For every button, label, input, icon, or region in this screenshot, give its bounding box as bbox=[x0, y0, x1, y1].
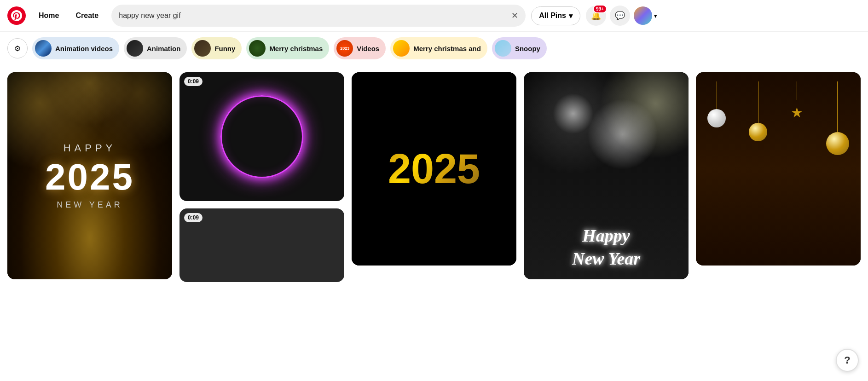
hny-script-text: Happy New Year bbox=[572, 225, 640, 270]
chip-label-funny: Funny bbox=[214, 45, 235, 52]
filter-chip-funny[interactable]: Funny bbox=[191, 37, 242, 59]
ornament-1 bbox=[707, 81, 726, 127]
filter-icon-button[interactable]: ⚙ bbox=[7, 38, 28, 58]
chip-thumb-merry-christmas-and bbox=[393, 40, 410, 57]
filter-chip-animation[interactable]: Animation bbox=[124, 37, 187, 59]
filter-chip-merry-christmas[interactable]: Merry christmas bbox=[246, 37, 329, 59]
header: Home Create ✕ All Pins ▾ 🔔 99+ 💬 ▾ bbox=[0, 0, 868, 32]
pin-card-ornaments[interactable]: 0:15 ★ bbox=[696, 72, 861, 266]
ornament-4 bbox=[826, 81, 849, 155]
user-avatar-button[interactable]: ▾ bbox=[634, 6, 657, 25]
pin-column-2: 0:09 0:09 bbox=[179, 72, 344, 282]
pin-card-dark[interactable]: 0:09 bbox=[179, 208, 344, 282]
pinterest-icon bbox=[11, 10, 22, 21]
chip-label-merry-christmas-and: Merry christmas and bbox=[413, 45, 481, 52]
pinterest-logo[interactable] bbox=[7, 6, 26, 25]
pin-card-gold-2025[interactable]: 0:09 2025 bbox=[352, 72, 516, 266]
all-pins-label: All Pins bbox=[539, 12, 566, 20]
chat-icon: 💬 bbox=[615, 11, 625, 21]
search-input[interactable] bbox=[119, 12, 511, 20]
chip-thumb-animation bbox=[127, 40, 143, 57]
chip-thumb-videos: 2023 bbox=[336, 40, 353, 57]
pin-card-fireworks-2025[interactable]: HAPPY 2025 NEW YEAR bbox=[7, 72, 172, 279]
avatar-chevron-icon: ▾ bbox=[654, 12, 657, 19]
chip-label-animation: Animation bbox=[147, 45, 180, 52]
chip-thumb-snoopy bbox=[495, 40, 511, 57]
nav-links: Home Create bbox=[31, 7, 106, 24]
messages-button[interactable]: 💬 bbox=[610, 6, 630, 26]
sliders-icon: ⚙ bbox=[14, 44, 21, 53]
header-icons: 🔔 99+ 💬 ▾ bbox=[586, 6, 657, 26]
pin-card-hny[interactable]: GIF Happy New Year bbox=[524, 72, 689, 279]
notification-badge: 99+ bbox=[593, 5, 607, 13]
all-pins-button[interactable]: All Pins ▾ bbox=[531, 6, 580, 25]
avatar bbox=[634, 6, 652, 25]
pin-column-3: 0:09 2025 bbox=[352, 72, 516, 282]
filter-bar: ⚙ Animation videosAnimationFunnyMerry ch… bbox=[0, 32, 868, 65]
filter-chip-snoopy[interactable]: Snoopy bbox=[492, 37, 547, 59]
pin-badge-circle: 0:09 bbox=[184, 77, 203, 86]
search-bar-container: ✕ bbox=[111, 5, 526, 27]
pin-badge-dark: 0:09 bbox=[184, 213, 203, 222]
pin-column-5: 0:15 ★ bbox=[696, 72, 861, 282]
ornament-2 bbox=[749, 81, 767, 141]
ornament-3: ★ bbox=[791, 81, 803, 121]
chip-label-videos: Videos bbox=[357, 45, 379, 52]
create-nav-link[interactable]: Create bbox=[68, 7, 106, 24]
neon-circle-visual bbox=[220, 95, 303, 178]
chip-thumb-merry-christmas bbox=[249, 40, 266, 57]
pin-column-1: HAPPY 2025 NEW YEAR bbox=[7, 72, 172, 282]
search-clear-button[interactable]: ✕ bbox=[511, 11, 518, 21]
filter-chip-merry-christmas-and[interactable]: Merry christmas and bbox=[390, 37, 487, 59]
all-pins-chevron: ▾ bbox=[569, 12, 573, 20]
filter-chip-animation-videos[interactable]: Animation videos bbox=[32, 37, 119, 59]
happy-label: HAPPY bbox=[64, 142, 116, 154]
notifications-button[interactable]: 🔔 99+ bbox=[586, 6, 606, 26]
chip-thumb-animation-videos bbox=[35, 40, 52, 57]
chip-thumb-funny bbox=[194, 40, 211, 57]
filter-chip-videos[interactable]: 2023Videos bbox=[334, 37, 386, 59]
home-nav-link[interactable]: Home bbox=[31, 7, 66, 24]
chip-label-merry-christmas: Merry christmas bbox=[269, 45, 323, 52]
chip-label-animation-videos: Animation videos bbox=[55, 45, 113, 52]
new-year-label: NEW YEAR bbox=[57, 200, 123, 210]
year-2025-label: 2025 bbox=[45, 156, 134, 198]
chip-label-snoopy: Snoopy bbox=[515, 45, 540, 52]
gold-year-label: 2025 bbox=[388, 145, 480, 193]
pins-grid: HAPPY 2025 NEW YEAR 0:09 0:09 0:09 2025 bbox=[0, 65, 868, 289]
pin-card-neon-circle[interactable]: 0:09 bbox=[179, 72, 344, 201]
pin-column-4: GIF Happy New Year bbox=[524, 72, 689, 282]
help-button[interactable]: ? bbox=[836, 349, 859, 372]
filter-chips-container: Animation videosAnimationFunnyMerry chri… bbox=[32, 37, 547, 59]
